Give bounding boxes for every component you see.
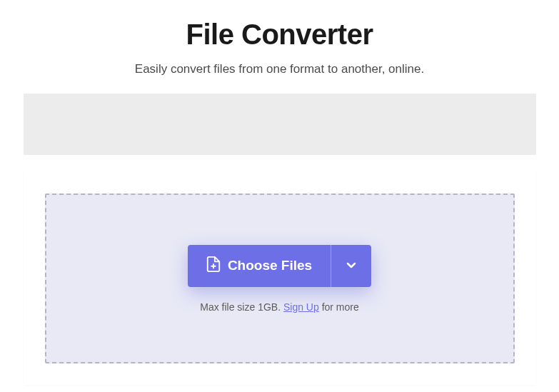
main-container: File Converter Easily convert files from… bbox=[0, 0, 559, 385]
hint-suffix: for more bbox=[319, 301, 359, 313]
file-add-icon bbox=[206, 256, 221, 276]
upload-card: Choose Files Max file size 1GB. Sign Up … bbox=[24, 172, 536, 385]
file-dropzone[interactable]: Choose Files Max file size 1GB. Sign Up … bbox=[45, 194, 515, 363]
choose-files-dropdown-button[interactable] bbox=[331, 245, 371, 287]
choose-files-button-group: Choose Files bbox=[188, 245, 371, 287]
page-title: File Converter bbox=[186, 19, 373, 51]
chevron-down-icon bbox=[346, 259, 357, 273]
page-subtitle: Easily convert files from one format to … bbox=[135, 62, 424, 76]
ad-banner bbox=[24, 94, 536, 155]
hint-prefix: Max file size 1GB. bbox=[200, 301, 283, 313]
choose-files-label: Choose Files bbox=[228, 258, 312, 273]
file-size-hint: Max file size 1GB. Sign Up for more bbox=[200, 301, 359, 313]
choose-files-button[interactable]: Choose Files bbox=[188, 245, 331, 287]
signup-link[interactable]: Sign Up bbox=[283, 301, 319, 313]
